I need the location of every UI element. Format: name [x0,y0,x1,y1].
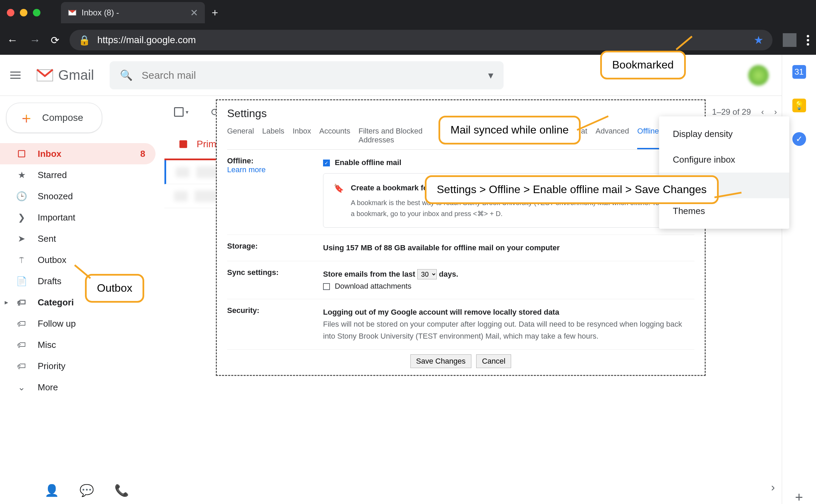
settings-row-sync: Sync settings: Store emails from the las… [227,261,694,299]
url-text: https://mail.google.com [97,35,196,46]
plus-icon: ＋ [19,108,34,128]
settings-tab-general[interactable]: General [227,127,254,144]
sidebar-item-snoozed[interactable]: 🕒 Snoozed [0,186,156,207]
sidebar-item-sent[interactable]: ➤ Sent [0,228,156,249]
callout-synced: Mail synced while online [438,116,581,144]
security-body: Files will not be stored on your compute… [323,320,682,340]
new-tab-button[interactable]: + [212,7,218,19]
close-window-button[interactable] [7,9,14,16]
security-label: Security: [227,306,323,342]
important-icon: ❯ [16,212,27,223]
settings-tab-filters[interactable]: Filters and Blocked Addresses [358,127,445,144]
forward-button[interactable]: → [29,34,40,47]
gmail-logo[interactable]: Gmail [36,67,94,83]
outbox-icon: ⍑ [16,255,27,265]
sidebar-item-misc[interactable]: 🏷 Misc [0,334,156,355]
sidebar-item-important[interactable]: ❯ Important [0,207,156,228]
settings-row-storage: Storage: Using 157 MB of 88 GB available… [227,235,694,261]
sidebar-item-label: Sent [38,234,56,244]
side-panel-toggle[interactable]: › [771,480,775,494]
search-box[interactable]: 🔍 ▾ [110,61,504,89]
next-page-button[interactable]: › [774,107,777,117]
settings-dropdown: Display density Configure inbox Settings… [659,116,789,229]
tasks-addon-icon[interactable]: ✓ [792,132,806,146]
add-addon-button[interactable]: + [792,490,806,504]
settings-tab-inbox[interactable]: Inbox [293,127,311,144]
search-options-icon[interactable]: ▾ [488,69,493,81]
bookmark-star-icon[interactable]: ★ [754,34,764,47]
search-icon: 🔍 [120,69,133,81]
sidebar-item-label: Priority [38,361,65,371]
callout-outbox: Outbox [85,274,144,303]
settings-tab-offline[interactable]: Offline [637,127,659,149]
bookmark-icon: 🔖 [334,182,344,219]
minimize-window-button[interactable] [20,9,27,16]
sidebar-item-label: More [38,382,58,393]
learn-more-link[interactable]: Learn more [227,165,323,174]
phone-icon[interactable]: 📞 [114,483,129,497]
menu-configure-inbox[interactable]: Configure inbox [659,147,789,173]
sync-days-select[interactable]: 30 [417,269,437,279]
pagination-info: 1–29 of 29 [712,107,751,117]
tab-title: Inbox (8) - [82,8,119,17]
sync-text-prefix: Store emails from the last [323,270,415,278]
checkbox-icon [174,107,184,117]
settings-tab-accounts[interactable]: Accounts [319,127,350,144]
hangouts-icon[interactable]: 💬 [79,483,94,497]
compose-label: Compose [42,112,83,123]
sidebar-item-more[interactable]: ⌄ More [0,377,156,398]
tab-bar: Inbox (8) - ✕ + [0,0,816,25]
gmail-logo-icon [36,69,53,82]
callout-bookmarked: Bookmarked [600,51,686,79]
account-avatar[interactable] [748,65,769,86]
address-bar: ← → ⟳ 🔒 https://mail.google.com ★ [0,25,816,55]
inbox-count: 8 [140,149,145,159]
chevron-down-icon: ⌄ [16,382,27,393]
gmail-brand-text: Gmail [58,67,94,83]
browser-menu-icon[interactable] [807,35,809,46]
sidebar-item-label: Categori [38,297,74,308]
expand-caret-icon[interactable]: ▸ [5,299,8,306]
settings-tab-labels[interactable]: Labels [262,127,284,144]
sidebar-item-label: Misc [38,340,56,350]
clock-icon: 🕒 [16,191,27,202]
storage-label: Storage: [227,242,323,254]
browser-tab[interactable]: Inbox (8) - ✕ [61,2,205,23]
close-tab-icon[interactable]: ✕ [190,7,198,18]
compose-button[interactable]: ＋ Compose [6,103,102,133]
maximize-window-button[interactable] [33,9,40,16]
enable-offline-checkbox[interactable]: ✓ [323,160,330,166]
back-button[interactable]: ← [7,34,18,47]
sent-icon: ➤ [16,234,27,244]
search-input[interactable] [141,70,479,81]
download-attachments-checkbox[interactable] [323,283,330,290]
star-icon: ★ [16,170,27,180]
offline-label: Offline: [227,156,254,165]
menu-display-density[interactable]: Display density [659,121,789,147]
settings-row-security: Security: Logging out of my Google accou… [227,299,694,350]
sync-label: Sync settings: [227,268,323,292]
sidebar-item-starred[interactable]: ★ Starred [0,164,156,186]
profile-avatar[interactable] [783,33,796,47]
sidebar-item-label: Drafts [38,276,61,287]
chevron-down-icon[interactable]: ▾ [186,109,188,115]
save-changes-button[interactable]: Save Changes [410,354,471,368]
sidebar-item-label: Outbox [38,255,66,265]
sidebar-item-inbox[interactable]: Inbox 8 [0,143,156,164]
url-bar[interactable]: 🔒 https://mail.google.com ★ [70,30,772,50]
person-icon[interactable]: 👤 [45,483,59,497]
select-all-checkbox[interactable]: ▾ [174,107,188,117]
gmail-favicon-icon [68,9,77,16]
sidebar-item-followup[interactable]: 🏷 Follow up [0,313,156,334]
sidebar-item-priority[interactable]: 🏷 Priority [0,355,156,377]
calendar-addon-icon[interactable]: 31 [792,65,806,79]
settings-tab-advanced[interactable]: Advanced [595,127,629,144]
sidebar-item-label: Important [38,212,75,223]
main-menu-button[interactable] [10,72,21,79]
reload-button[interactable]: ⟳ [51,34,59,46]
security-headline: Logging out of my Google account will re… [323,308,559,316]
keep-addon-icon[interactable]: 💡 [792,99,806,112]
drafts-icon: 📄 [16,276,27,287]
cancel-button[interactable]: Cancel [476,354,511,368]
prev-page-button[interactable]: ‹ [761,107,764,117]
